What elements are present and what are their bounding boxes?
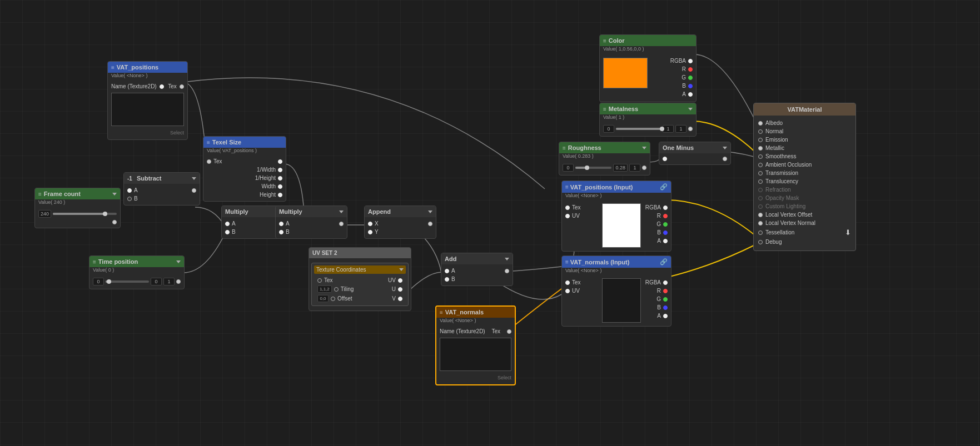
metalness-slider[interactable]: 0 1 1 — [600, 124, 696, 134]
vat-normals-footer[interactable]: Select — [436, 373, 515, 382]
node-append[interactable]: Append X Y — [364, 206, 436, 239]
port-x[interactable] — [368, 222, 372, 226]
port-transmission[interactable] — [758, 171, 763, 176]
port-b[interactable] — [445, 277, 449, 282]
link-icon[interactable]: 🔗 — [660, 258, 668, 265]
download-icon[interactable]: ⬇ — [845, 228, 851, 237]
node-subtract[interactable]: -1 Subtract A B — [123, 172, 200, 206]
dropdown-arrow[interactable] — [642, 147, 646, 149]
port-out[interactable] — [176, 279, 181, 284]
port-b-out[interactable] — [688, 84, 693, 88]
node-color[interactable]: ≡ Color Value( 1,0.56,0,0 ) RGBA R G B — [599, 34, 697, 102]
node-uv-set2[interactable]: UV SET 2 Texture Coordinates Tex UV 1,1,… — [309, 247, 411, 311]
port-b[interactable] — [225, 230, 230, 234]
port-r-out[interactable] — [663, 214, 668, 218]
dropdown-arrow[interactable] — [723, 147, 727, 149]
node-vat-normals[interactable]: ≡ VAT_normals Value( <None> ) Name (Text… — [435, 305, 516, 385]
port-tex-right[interactable] — [180, 84, 184, 89]
port-tessellation[interactable] — [758, 230, 763, 235]
port-g-out[interactable] — [688, 76, 693, 80]
dropdown-arrow[interactable] — [192, 177, 196, 180]
dropdown-arrow[interactable] — [176, 260, 181, 263]
port-r-out[interactable] — [663, 289, 668, 293]
port-a-out[interactable] — [663, 239, 668, 243]
vat-positions-footer[interactable]: Select — [108, 128, 187, 137]
port-1width[interactable] — [278, 168, 282, 172]
port-refraction[interactable] — [758, 188, 763, 192]
slider-track[interactable] — [616, 128, 661, 130]
port-a-out[interactable] — [663, 314, 668, 318]
port-b-out[interactable] — [663, 305, 668, 310]
port-width[interactable] — [278, 184, 282, 189]
slider-track[interactable] — [575, 167, 611, 169]
port-v-out[interactable] — [398, 297, 402, 301]
port-b-out[interactable] — [663, 230, 668, 235]
port-local-vertex-offset[interactable] — [758, 213, 763, 217]
port-translucency[interactable] — [758, 179, 763, 184]
port-normal[interactable] — [758, 129, 763, 134]
port-opacity-mask[interactable] — [758, 196, 763, 201]
port-tex-out[interactable] — [507, 329, 511, 334]
port-out[interactable] — [192, 188, 196, 193]
port-tex-in[interactable] — [207, 159, 211, 164]
node-vat-normals-input[interactable]: ≡ VAT_normals (Input) 🔗 Value( <None> ) … — [561, 255, 671, 327]
port-albedo[interactable] — [758, 121, 763, 126]
port-out[interactable] — [339, 222, 344, 226]
node-vat-positions[interactable]: ≡ VAT_positions Value( <None> ) Name (Te… — [107, 61, 188, 140]
port-out[interactable] — [505, 269, 509, 273]
port-out-1[interactable] — [278, 159, 282, 164]
port-g-out[interactable] — [663, 297, 668, 302]
port-a-out[interactable] — [688, 92, 693, 97]
port-a[interactable] — [445, 269, 449, 273]
node-multiply2[interactable]: Multiply A B — [275, 206, 347, 239]
port-ao[interactable] — [758, 163, 763, 167]
port-tiling[interactable] — [334, 287, 339, 292]
port-rgba-out[interactable] — [663, 206, 668, 210]
roughness-slider[interactable]: 0 0.28 1 — [559, 163, 650, 173]
port-uv-in[interactable] — [565, 289, 570, 293]
node-time-position[interactable]: ≡ Time position Value( 0 ) 0 0 1 — [89, 255, 185, 289]
port-smoothness[interactable] — [758, 154, 763, 159]
port-rgba-out[interactable] — [688, 59, 693, 63]
node-vat-positions-input[interactable]: ≡ VAT_positions (Input) 🔗 Value( <None> … — [561, 181, 671, 252]
port-a-in[interactable] — [127, 188, 132, 193]
dropdown-arrow[interactable] — [339, 211, 344, 213]
dropdown-arrow[interactable] — [688, 108, 693, 111]
node-texel-size[interactable]: ≡ Texel Size Value( VAT_positions ) Tex … — [203, 136, 286, 202]
port-b[interactable] — [279, 230, 283, 234]
port-uv-in[interactable] — [565, 214, 570, 218]
port-out[interactable] — [428, 222, 432, 226]
port-g-out[interactable] — [663, 222, 668, 227]
port-tex-in[interactable] — [565, 280, 570, 285]
port-emission[interactable] — [758, 138, 763, 142]
port-tex[interactable] — [317, 278, 322, 283]
port-r-out[interactable] — [688, 67, 693, 72]
port-offset[interactable] — [331, 297, 335, 301]
slider-track[interactable] — [53, 213, 117, 215]
port-b-in[interactable] — [127, 197, 132, 201]
port-out[interactable] — [688, 127, 693, 131]
node-one-minus[interactable]: One Minus — [659, 142, 731, 165]
frame-count-slider[interactable]: 240 — [35, 209, 120, 219]
port-1height[interactable] — [278, 176, 282, 181]
dropdown-arrow[interactable] — [505, 258, 509, 260]
port-tex-in[interactable] — [565, 206, 570, 210]
node-frame-count[interactable]: ≡ Frame count Value( 240 ) 240 — [34, 188, 121, 228]
port-rgba-out[interactable] — [663, 280, 668, 285]
port-tex-out[interactable] — [160, 84, 164, 89]
port-u-out[interactable] — [398, 287, 402, 292]
time-position-slider[interactable]: 0 0 1 — [89, 277, 184, 287]
port-metallic[interactable] — [758, 146, 763, 151]
node-metalness[interactable]: ≡ Metalness Value( 1 ) 0 1 1 — [599, 103, 697, 137]
port-y[interactable] — [368, 230, 372, 234]
slider-track[interactable] — [106, 280, 149, 283]
port-out[interactable] — [723, 157, 727, 161]
port-height[interactable] — [278, 193, 282, 197]
link-icon[interactable]: 🔗 — [660, 183, 668, 191]
port-out[interactable] — [112, 220, 117, 224]
port-out[interactable] — [642, 166, 646, 170]
port-local-vertex-normal[interactable] — [758, 221, 763, 225]
dropdown-arrow[interactable] — [399, 268, 404, 271]
port-in[interactable] — [663, 157, 667, 161]
node-add[interactable]: Add A B — [441, 253, 513, 286]
